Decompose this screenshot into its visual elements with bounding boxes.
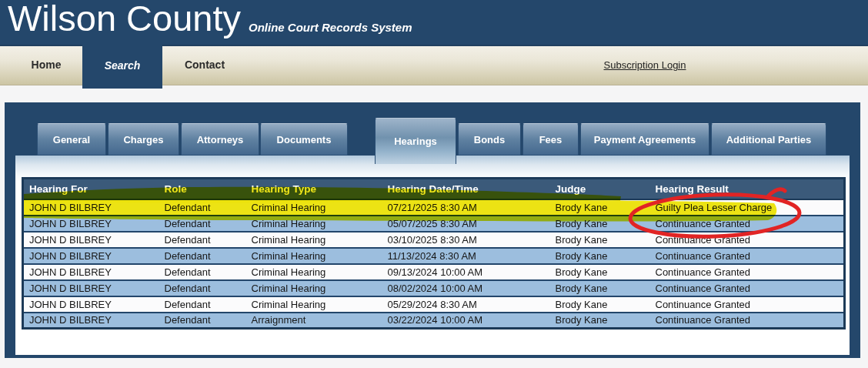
table-cell: Criminal Hearing (246, 264, 382, 280)
tab-label: Fees (539, 134, 563, 146)
tab-documents[interactable]: Documents (260, 123, 348, 156)
tab-general[interactable]: General (37, 123, 106, 156)
table-row: JOHN D BILBREYDefendantCriminal Hearing0… (23, 296, 845, 313)
tab-label: Additional Parties (726, 134, 812, 146)
table-cell: Continuance Granted (650, 313, 845, 329)
app-banner: Wilson County Online Court Records Syste… (0, 0, 868, 45)
table-cell: Brody Kane (550, 280, 650, 296)
tab-additional-parties[interactable]: Additional Parties (711, 123, 826, 156)
column-header: Judge (550, 179, 650, 199)
table-cell: Defendant (159, 248, 246, 264)
table-cell: Defendant (159, 216, 246, 232)
column-header: Role (159, 179, 246, 199)
table-cell: Defendant (159, 296, 246, 313)
nav-item-home[interactable]: Home (11, 45, 82, 85)
table-row: JOHN D BILBREYDefendantCriminal Hearing0… (23, 280, 845, 296)
table-cell: JOHN D BILBREY (23, 280, 159, 296)
table-cell: Brody Kane (550, 199, 650, 216)
table-cell: 03/22/2024 10:00 AM (382, 313, 550, 329)
column-header: Hearing Date/Time (382, 179, 550, 199)
tab-label: Documents (277, 134, 332, 146)
table-cell: 08/02/2024 10:00 AM (382, 280, 550, 296)
hearings-content: Hearing ForRoleHearing TypeHearing Date/… (15, 156, 850, 355)
table-cell: JOHN D BILBREY (23, 264, 159, 280)
table-cell: Defendant (159, 199, 246, 216)
table-cell: Criminal Hearing (246, 199, 382, 216)
table-cell: JOHN D BILBREY (23, 313, 159, 329)
tab-bonds[interactable]: Bonds (458, 123, 521, 156)
table-cell: Defendant (159, 232, 246, 248)
table-cell: Continuance Granted (650, 296, 845, 313)
table-cell: Brody Kane (550, 264, 650, 280)
table-cell: Continuance Granted (650, 216, 845, 232)
table-cell: Continuance Granted (650, 248, 845, 264)
table-cell: JOHN D BILBREY (23, 216, 159, 232)
table-cell: Defendant (159, 264, 246, 280)
column-header: Hearing Type (246, 179, 382, 199)
table-cell: JOHN D BILBREY (23, 232, 159, 248)
table-cell: 09/13/2024 10:00 AM (382, 264, 550, 280)
tab-label: Hearings (394, 135, 437, 147)
table-cell: JOHN D BILBREY (23, 296, 159, 313)
table-cell: JOHN D BILBREY (23, 248, 159, 264)
app-subtitle: Online Court Records System (249, 21, 412, 34)
hearings-table: Hearing ForRoleHearing TypeHearing Date/… (22, 177, 846, 330)
table-cell: Continuance Granted (650, 264, 845, 280)
table-row: JOHN D BILBREYDefendantCriminal Hearing0… (23, 216, 845, 232)
table-cell: Brody Kane (550, 216, 650, 232)
table-row: JOHN D BILBREYDefendantArraignment03/22/… (23, 313, 845, 329)
table-cell: Defendant (159, 313, 246, 329)
app-title: Wilson County (8, 0, 241, 39)
table-cell: 05/29/2024 8:30 AM (382, 296, 550, 313)
table-cell: Defendant (159, 280, 246, 296)
table-cell: 05/07/2025 8:30 AM (382, 216, 550, 232)
tab-fees[interactable]: Fees (522, 123, 579, 156)
table-cell: Continuance Granted (650, 232, 845, 248)
column-header: Hearing For (23, 179, 159, 199)
table-cell: Brody Kane (550, 296, 650, 313)
table-cell: Criminal Hearing (246, 216, 382, 232)
table-cell: 03/10/2025 8:30 AM (382, 232, 550, 248)
table-cell: Guilty Plea Lesser Charge (650, 199, 845, 216)
table-cell: Brody Kane (550, 232, 650, 248)
tab-label: Bonds (474, 134, 505, 146)
table-header-row: Hearing ForRoleHearing TypeHearing Date/… (23, 179, 845, 199)
table-cell: Continuance Granted (650, 280, 845, 296)
tab-label: Charges (123, 134, 163, 146)
record-panel: GeneralChargesAttorneysDocumentsHearings… (5, 102, 860, 358)
table-cell: 07/21/2025 8:30 AM (382, 199, 550, 216)
tab-charges[interactable]: Charges (108, 123, 179, 156)
tab-label: Payment Agreements (594, 134, 696, 146)
table-cell: JOHN D BILBREY (23, 199, 159, 216)
table-cell: Criminal Hearing (246, 280, 382, 296)
nav-item-search[interactable]: Search (82, 45, 162, 89)
table-row: JOHN D BILBREYDefendantCriminal Hearing0… (23, 199, 845, 216)
subscription-login-link[interactable]: Subscription Login (583, 45, 706, 85)
tab-payment-agreements[interactable]: Payment Agreements (580, 123, 709, 156)
column-header: Hearing Result (650, 179, 845, 199)
table-cell: Arraignment (246, 313, 382, 329)
table-cell: 11/13/2024 8:30 AM (382, 248, 550, 264)
table-row: JOHN D BILBREYDefendantCriminal Hearing1… (23, 248, 845, 264)
table-cell: Brody Kane (550, 248, 650, 264)
table-cell: Criminal Hearing (246, 296, 382, 313)
table-row: JOHN D BILBREYDefendantCriminal Hearing0… (23, 264, 845, 280)
table-cell: Criminal Hearing (246, 248, 382, 264)
table-cell: Criminal Hearing (246, 232, 382, 248)
tab-label: Attorneys (197, 134, 244, 146)
tab-attorneys[interactable]: Attorneys (181, 123, 259, 156)
table-row: JOHN D BILBREYDefendantCriminal Hearing0… (23, 232, 845, 248)
table-cell: Brody Kane (550, 313, 650, 329)
nav-item-contact[interactable]: Contact (169, 45, 241, 85)
tab-hearings[interactable]: Hearings (375, 118, 456, 164)
tab-label: General (53, 134, 90, 146)
